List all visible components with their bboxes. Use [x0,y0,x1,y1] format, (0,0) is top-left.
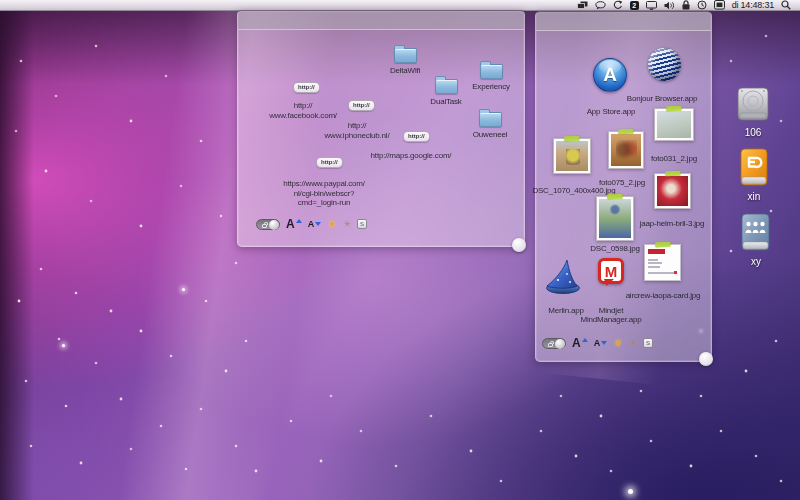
links-shelf-panel[interactable]: DeltaWifi Experiency DualTask Ouweneel h… [237,10,525,247]
merlin-app-label: Merlin.app [548,306,583,315]
photo-dsc-1070[interactable] [553,138,591,174]
files-shelf-panel[interactable]: A App Store.app Bonjour Browser.app DSC_… [535,11,712,362]
url-clipping-icon[interactable]: http:// [316,157,343,168]
link-google-maps[interactable]: http://maps.google.com/ [351,151,471,161]
photo-foto031[interactable] [654,108,694,141]
app-store-icon[interactable]: A [593,58,627,92]
toggle-lock-icon [548,343,553,347]
link-paypal[interactable]: https://www.paypal.com/ nl/cgi-bin/websc… [264,179,384,208]
photo-label: DSC_1070_400x400.jpg [532,186,615,195]
photo-label: jaap-helm-bril-3.jpg [640,219,704,228]
photo-label: foto031_2.jpg [651,154,697,163]
folder-item-ouweneel[interactable]: Ouweneel [458,108,522,139]
brightness-up-icon[interactable]: ☀ [327,219,337,230]
down-triangle-icon [315,222,321,226]
folder-item-dualtask[interactable]: DualTask [414,75,478,106]
font-decrease-button[interactable]: A [594,338,608,348]
bright-star [628,489,633,494]
folder-label: DeltaWifi [373,66,437,75]
snippet-badge-icon[interactable]: S [357,219,367,229]
time-machine-icon[interactable] [697,0,707,10]
mindmanager-app-icon[interactable]: M [598,258,624,284]
toggle-lock-icon [262,224,267,228]
font-decrease-button[interactable]: A [308,219,322,229]
folder-label: Ouweneel [458,130,522,139]
url-clipping-icon[interactable]: http:// [293,82,320,93]
font-increase-button[interactable]: A [572,336,588,350]
tape-icon [655,242,670,248]
drive-label-xy: xy [724,256,788,267]
volume-icon[interactable] [664,1,675,10]
sync-icon[interactable] [613,0,623,10]
desktop: 2 di 14:48:31 DeltaWifi Experiency [0,0,800,500]
brightness-down-icon[interactable]: ☀ [629,339,637,348]
panel-resize-handle[interactable] [699,352,713,366]
folder-icon [480,64,503,79]
snippet-badge-icon[interactable]: S [643,338,653,348]
photo-label: foto075_2.jpg [599,178,645,187]
tape-icon [607,194,622,200]
mindmanager-label-line1: Mindjet [599,306,623,315]
drive-label-xin: xin [722,191,786,202]
folder-icon [394,48,417,63]
mindmanager-label-line2: MindManager.app [580,315,641,324]
tape-icon [665,171,680,177]
input-menu-icon[interactable] [714,0,725,10]
photo-foto075[interactable] [608,131,644,169]
drive-icon-xin[interactable] [738,147,770,191]
bonjour-browser-icon[interactable] [648,48,681,81]
keyboard-layout-badge[interactable]: 2 [630,1,639,10]
photo-dsc-0598[interactable] [596,196,634,241]
lock-toggle[interactable] [542,338,566,349]
font-increase-button[interactable]: A [286,217,302,231]
panel-toolbar: A A ☀ ☀ S [256,217,367,231]
photo-jaap-helm[interactable] [654,173,691,209]
ichat-icon[interactable] [595,1,606,10]
merlin-app-icon[interactable] [544,259,582,299]
folder-item-deltawifi[interactable]: DeltaWifi [373,44,437,75]
tape-icon [666,106,681,112]
down-triangle-icon [601,341,607,345]
photo-label: DSC_0598.jpg [590,244,640,253]
brightness-up-icon[interactable]: ☀ [613,338,623,349]
panel-resize-handle[interactable] [512,238,526,252]
bright-star [62,344,65,347]
links-panel-header[interactable] [238,11,524,30]
photo-label: aircrew-iaopa-card.jpg [626,291,701,300]
lock-icon[interactable] [682,0,690,10]
drive-label-106: 106 [721,127,785,138]
link-iphoneclub[interactable]: http:// www.iphoneclub.nl/ [297,121,417,140]
app-store-label: App Store.app [587,107,636,116]
drive-icon-xy[interactable] [740,212,771,256]
spotlight-icon[interactable] [781,0,791,10]
files-panel-header[interactable] [536,12,711,31]
menu-bar-clock[interactable]: di 14:48:31 [732,0,774,10]
spaces-windows-icon[interactable] [577,1,588,10]
up-triangle-icon [296,219,302,223]
toggle-knob [555,339,565,349]
displays-icon[interactable] [646,1,657,10]
folder-icon [435,79,458,94]
tape-icon [564,136,579,142]
lock-toggle[interactable] [256,219,280,230]
tape-icon [618,129,633,135]
toggle-knob [269,220,279,230]
folder-icon [479,112,502,127]
up-triangle-icon [582,338,588,342]
link-facebook[interactable]: http:// www.facebook.com/ [243,101,363,120]
folder-label: DualTask [414,97,478,106]
panel-toolbar: A A ☀ ☀ S [542,336,653,350]
bright-star [182,288,185,291]
bonjour-browser-label: Bonjour Browser.app [627,94,697,103]
photo-aircrew-card[interactable] [644,244,681,281]
brightness-down-icon[interactable]: ☀ [343,220,351,229]
drive-icon-106[interactable] [736,85,770,127]
